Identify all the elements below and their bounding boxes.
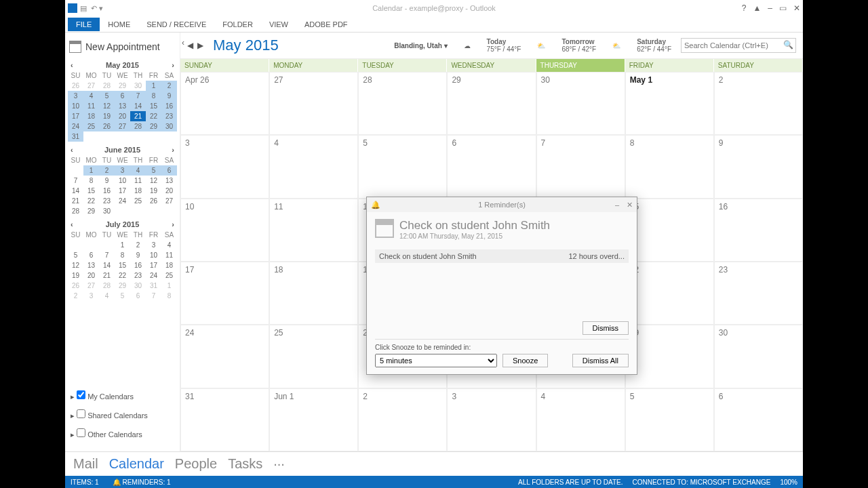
mini-day[interactable]: 11 (83, 101, 99, 111)
mini-day[interactable]: 30 (130, 281, 146, 291)
mini-day[interactable]: 29 (115, 81, 130, 91)
mini-day[interactable]: 13 (83, 260, 99, 270)
mini-day[interactable]: 5 (146, 165, 161, 176)
tab-folder[interactable]: FOLDER (214, 18, 261, 31)
mini-day[interactable]: 5 (99, 91, 115, 101)
mini-day[interactable]: 12 (99, 101, 115, 111)
calendar-cell[interactable]: 2 (714, 72, 803, 135)
mini-day[interactable]: 8 (146, 91, 161, 101)
mini-day[interactable]: 27 (115, 121, 130, 131)
mini-day[interactable]: 25 (130, 196, 146, 206)
mini-day[interactable]: 10 (146, 250, 161, 260)
calendar-cell[interactable]: 10 (180, 199, 269, 262)
mini-day[interactable]: 4 (83, 91, 99, 101)
mini-day[interactable]: 18 (130, 186, 146, 196)
calendar-cell[interactable]: 8 (625, 135, 714, 198)
calendar-cell[interactable]: May 1 (625, 72, 714, 135)
mini-day[interactable]: 2 (68, 291, 83, 301)
other-calendars-check[interactable] (77, 428, 85, 437)
mini-day[interactable]: 13 (115, 101, 130, 111)
mini-day[interactable]: 19 (99, 111, 115, 121)
next-month-icon[interactable]: ▶ (197, 41, 203, 50)
calendar-cell[interactable]: 31 (180, 388, 269, 451)
mini-day[interactable]: 18 (83, 111, 99, 121)
mini-prev-icon[interactable]: ‹ (71, 61, 73, 69)
other-calendars-group[interactable]: ▸ Other Calendars (71, 424, 174, 443)
mini-day[interactable]: 7 (146, 291, 161, 301)
mini-next-icon[interactable]: › (172, 220, 174, 228)
mini-day[interactable] (99, 240, 115, 250)
mini-day[interactable]: 14 (68, 186, 83, 196)
mini-day[interactable]: 1 (146, 81, 161, 91)
mini-day[interactable]: 15 (115, 260, 130, 270)
mini-day[interactable]: 8 (115, 250, 130, 260)
mini-day[interactable]: 15 (146, 101, 161, 111)
calendar-cell[interactable]: 29 (625, 325, 714, 388)
calendar-cell[interactable]: 5 (625, 388, 714, 451)
mini-day[interactable]: 18 (161, 260, 177, 270)
mini-day[interactable]: 3 (83, 291, 99, 301)
mini-day[interactable]: 17 (68, 111, 83, 121)
mini-day[interactable] (115, 206, 130, 216)
mini-day[interactable]: 1 (161, 281, 177, 291)
mini-day[interactable]: 12 (146, 176, 161, 186)
nav-tasks[interactable]: Tasks (228, 456, 262, 472)
status-reminders[interactable]: 🔔 REMINDERS: 1 (113, 479, 171, 486)
mini-calendar-july[interactable]: ‹July 2015› SUMOTUWETHFRSA12345678910111… (68, 219, 177, 301)
mini-day[interactable]: 3 (68, 91, 83, 101)
mini-day[interactable]: 14 (99, 260, 115, 270)
mini-day[interactable]: 23 (99, 196, 115, 206)
mini-day[interactable] (115, 131, 130, 142)
mini-day[interactable]: 27 (161, 196, 177, 206)
mini-day[interactable] (146, 206, 161, 216)
tab-file[interactable]: FILE (68, 18, 100, 31)
calendar-cell[interactable]: 9 (714, 135, 803, 198)
mini-day[interactable]: 22 (146, 111, 161, 121)
mini-day[interactable]: 21 (130, 111, 146, 121)
mini-day[interactable] (146, 131, 161, 142)
mini-day[interactable]: 20 (83, 270, 99, 281)
calendar-cell[interactable]: 6 (447, 135, 536, 198)
mini-day[interactable]: 10 (68, 101, 83, 111)
mini-day[interactable]: 24 (68, 121, 83, 131)
mini-calendar-may[interactable]: ‹May 2015› SUMOTUWETHFRSA262728293012345… (68, 60, 177, 142)
mini-day[interactable]: 8 (83, 176, 99, 186)
nav-calendar[interactable]: Calendar (109, 456, 164, 472)
mini-day[interactable] (130, 131, 146, 142)
mini-day[interactable]: 26 (68, 281, 83, 291)
my-calendars-check[interactable] (77, 390, 85, 399)
mini-day[interactable]: 3 (146, 240, 161, 250)
mini-day[interactable]: 30 (161, 121, 177, 131)
mini-day[interactable]: 26 (68, 81, 83, 91)
search-icon[interactable]: 🔍 (783, 40, 793, 49)
mini-day[interactable]: 4 (161, 240, 177, 250)
mini-day[interactable]: 27 (83, 81, 99, 91)
my-calendars-group[interactable]: ▸ My Calendars (71, 386, 174, 405)
calendar-cell[interactable]: 4 (536, 388, 625, 451)
mini-day[interactable]: 17 (115, 186, 130, 196)
snooze-duration-select[interactable]: 5 minutes (375, 354, 497, 367)
mini-day[interactable]: 26 (99, 121, 115, 131)
tab-adobe-pdf[interactable]: ADOBE PDF (296, 18, 356, 31)
mini-day[interactable]: 10 (115, 176, 130, 186)
calendar-cell[interactable]: 7 (536, 135, 625, 198)
mini-day[interactable]: 6 (161, 165, 177, 176)
qat-save-icon[interactable]: ▤ (80, 4, 87, 13)
mini-day[interactable]: 19 (146, 186, 161, 196)
mini-day[interactable]: 5 (115, 291, 130, 301)
minimize-icon[interactable]: – (768, 3, 772, 13)
mini-day[interactable]: 6 (83, 250, 99, 260)
mini-day[interactable]: 23 (161, 111, 177, 121)
mini-day[interactable]: 2 (130, 240, 146, 250)
mini-day[interactable]: 22 (115, 270, 130, 281)
mini-day[interactable]: 11 (161, 250, 177, 260)
calendar-cell[interactable]: Apr 26 (180, 72, 269, 135)
calendar-cell[interactable]: 25 (269, 325, 358, 388)
calendar-cell[interactable]: 30 (536, 72, 625, 135)
close-icon[interactable]: ✕ (793, 3, 800, 13)
mini-day[interactable]: 4 (99, 291, 115, 301)
mini-day[interactable]: 25 (161, 270, 177, 281)
mini-prev-icon[interactable]: ‹ (71, 146, 73, 154)
calendar-cell[interactable]: 2 (358, 388, 447, 451)
calendar-cell[interactable]: 6 (714, 388, 803, 451)
